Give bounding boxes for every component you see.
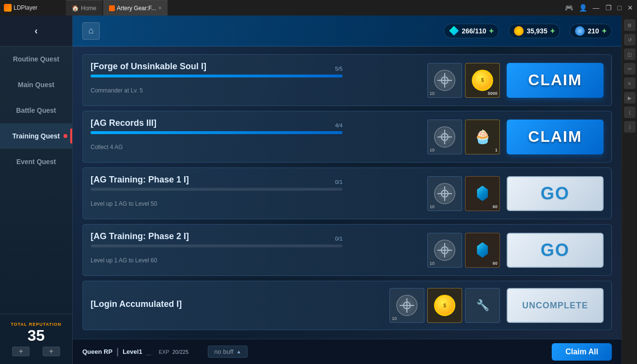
coin-reward-icon-forge: $ <box>472 70 493 91</box>
gem-value: 266/110 <box>462 27 486 35</box>
home-icon: ⌂ <box>89 26 94 36</box>
sidebar-routine-label: Routine Quest <box>13 55 60 63</box>
top-bar: ⌂ 266/110 + 35,935 + 210 <box>73 15 621 46</box>
quest-title-login: [Login Accumulated I] <box>91 299 383 309</box>
home-button[interactable]: ⌂ <box>82 22 100 40</box>
quest-title-forge: [Forge of Unsinkable Soul I] <box>91 61 420 72</box>
window-controls: 🎮 👤 — ❐ □ ✕ <box>565 4 633 12</box>
coin-currency-group: 35,935 + <box>509 24 560 38</box>
close-tab-icon[interactable]: ✕ <box>158 5 162 11</box>
gem-add-button[interactable]: + <box>489 27 494 35</box>
home-tab-label: Home <box>81 5 96 12</box>
user-icon[interactable]: 👤 <box>579 4 587 12</box>
sidebar-item-main[interactable]: Main Quest <box>0 72 72 98</box>
go-button-training-phase1[interactable]: GO <box>507 176 604 211</box>
tool-icon: 🔧 <box>476 299 489 312</box>
sidebar-battle-label: Battle Quest <box>16 106 56 114</box>
reward-crystal-training-phase2: 60 <box>465 233 500 268</box>
reward-target-count-phase2: 10 <box>430 261 435 266</box>
tab-game[interactable]: Artery Gear:F... ✕ <box>103 0 168 15</box>
active-indicator <box>63 134 67 138</box>
crystal-value: 210 <box>588 27 599 35</box>
target-icon-phase2 <box>434 240 455 261</box>
reward-crystal-training-phase1: 60 <box>465 176 500 211</box>
reward-target-training-phase1: 10 <box>427 176 462 211</box>
reward-tool-login: 🔧 <box>465 288 500 323</box>
window-maximize-icon[interactable]: □ <box>618 4 621 12</box>
quest-desc-forge: Commander at Lv. 5 <box>91 87 420 94</box>
ld-icon-3[interactable]: ◫ <box>624 48 636 60</box>
player-info: Queen RP | Level1 _ <box>82 347 151 357</box>
crystal-add-button[interactable]: + <box>602 27 606 35</box>
coin-add-button[interactable]: + <box>550 27 555 35</box>
target-icon-forge <box>434 70 455 91</box>
sidebar-item-training[interactable]: Training Quest <box>0 123 72 149</box>
ld-icon-5[interactable]: ≡ <box>624 77 636 89</box>
exp-group: EXP 20/225 <box>159 349 189 355</box>
quest-rewards-forge: 10 $ 5000 <box>427 63 500 98</box>
quest-desc-training-phase2: Level up 1 AG to Level 60 <box>91 257 420 264</box>
player-level: Level1 <box>123 348 142 355</box>
ld-icon-1[interactable]: ⚙ <box>624 19 636 31</box>
ld-icon-4[interactable]: ✂ <box>624 63 636 75</box>
crystal-reward-icon-phase1 <box>472 183 493 204</box>
claim-all-button[interactable]: Claim All <box>552 343 612 361</box>
quest-card-login: [Login Accumulated I] 10 $ <box>82 281 612 330</box>
claim-button-forge[interactable]: CLAIM <box>507 63 604 98</box>
quest-progress-label-forge: 5/5 <box>335 66 342 72</box>
tab-home[interactable]: 🏠 Home <box>66 0 102 15</box>
quest-info-forge: [Forge of Unsinkable Soul I] 5/5 Command… <box>91 61 420 99</box>
reward-coin-login: $ <box>427 288 462 323</box>
ld-icon-8[interactable]: ⟩ <box>624 121 636 133</box>
window-close-icon[interactable]: ✕ <box>627 4 633 12</box>
buff-selector[interactable]: no buff ▲ <box>208 346 247 358</box>
quest-info-training-phase2: [AG Training: Phase 2 I] 0/1 Level up 1 … <box>91 231 420 269</box>
go-button-training-phase2[interactable]: GO <box>507 233 604 268</box>
sidebar-item-routine[interactable]: Routine Quest <box>0 46 72 72</box>
ldplayer-icon <box>4 4 12 12</box>
sidebar-add-left[interactable]: + <box>12 347 30 356</box>
brand: LDPlayer <box>4 4 62 12</box>
sidebar: ‹ Routine Quest Main Quest Battle Quest … <box>0 15 73 364</box>
reward-cupcake-count: 1 <box>495 148 497 152</box>
quest-title-ag-records: [AG Records III] <box>91 118 420 128</box>
coin-value: 35,935 <box>527 27 547 35</box>
target-icon-login <box>396 295 418 316</box>
claim-button-ag-records[interactable]: CLAIM <box>507 120 604 154</box>
quest-card-training-phase1: [AG Training: Phase 1 I] 0/1 Level up 1 … <box>82 167 612 219</box>
reward-crystal-count-phase1: 60 <box>493 204 497 209</box>
quest-info-ag-records: [AG Records III] 4/4 Collect 4 AG <box>91 118 420 155</box>
minimize-icon[interactable]: 🎮 <box>565 4 573 12</box>
sidebar-add-right[interactable]: + <box>43 347 60 356</box>
exp-label: EXP <box>159 349 170 355</box>
exp-value: 20/225 <box>172 349 189 355</box>
sidebar-back-button[interactable]: ‹ <box>0 15 72 46</box>
player-name: Queen RP <box>82 348 112 355</box>
coin-reward-icon-login: $ <box>434 295 455 316</box>
ld-icon-2[interactable]: ↺ <box>624 34 636 46</box>
reward-target-forge: 10 <box>427 63 462 98</box>
crystal-icon <box>575 26 585 36</box>
sidebar-item-event[interactable]: Event Quest <box>0 149 72 175</box>
window-minimize-icon[interactable]: — <box>593 4 600 12</box>
sidebar-nav: Routine Quest Main Quest Battle Quest Tr… <box>0 46 72 314</box>
quest-card-ag-records: [AG Records III] 4/4 Collect 4 AG <box>82 111 612 163</box>
quest-title-training-phase2: [AG Training: Phase 2 I] <box>91 231 420 242</box>
sidebar-item-battle[interactable]: Battle Quest <box>0 98 72 123</box>
quest-rewards-login: 10 $ 🔧 <box>389 288 500 323</box>
gem-icon <box>449 26 459 36</box>
coin-icon <box>514 26 524 36</box>
crystal-reward-icon-phase2 <box>472 240 493 261</box>
quest-title-training-phase1: [AG Training: Phase 1 I] <box>91 175 420 185</box>
game-tab-icon <box>109 5 115 11</box>
quest-desc-training-phase1: Level up 1 AG to Level 50 <box>91 200 420 207</box>
quest-progress-label-phase1: 0/1 <box>335 179 342 185</box>
reward-crystal-count-phase2: 60 <box>493 261 497 266</box>
sidebar-reputation: TOTAL REPUTATION 35 + + <box>0 314 72 364</box>
window-restore-icon[interactable]: ❐ <box>606 4 612 12</box>
uncomplete-button-login[interactable]: UNCOMPLETE <box>507 288 604 323</box>
reward-target-training-phase2: 10 <box>427 233 462 268</box>
reward-target-count-forge: 10 <box>430 91 435 96</box>
ld-icon-7[interactable]: ⟨ <box>624 106 636 118</box>
ld-icon-6[interactable]: ▶ <box>624 92 636 104</box>
